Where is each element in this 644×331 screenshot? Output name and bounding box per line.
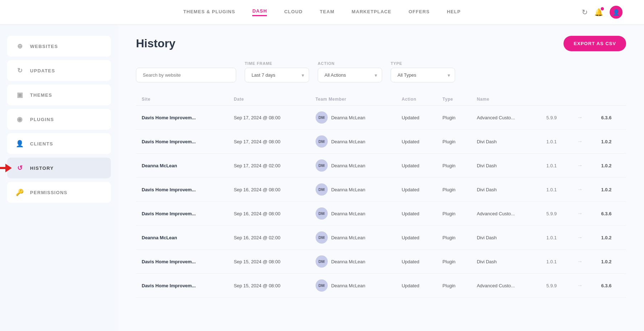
version-from: 1.0.1	[546, 139, 557, 144]
cell-date: Sep 15, 2024 @ 08:00	[228, 250, 309, 274]
cell-version-arrow: →	[571, 154, 596, 178]
cell-site: Davis Home Improvem...	[136, 274, 228, 298]
cell-name: Advanced Custo...	[471, 274, 541, 298]
version-from: 1.0.1	[546, 163, 557, 168]
main-content: History EXPORT AS CSV TIME FRAME Last 7 …	[118, 25, 644, 331]
member-name: Deanna McLean	[331, 283, 365, 288]
table-row: Davis Home Improvem...Sep 15, 2024 @ 08:…	[136, 274, 626, 298]
nav-link-help[interactable]: HELP	[447, 9, 461, 16]
version-arrow-icon: →	[577, 138, 583, 144]
history-table: SiteDateTeam MemberActionTypeName Davis …	[136, 93, 626, 298]
user-avatar[interactable]: 👤	[610, 6, 623, 19]
cell-version-from: 5.9.9	[541, 106, 571, 130]
cell-action: Updated	[396, 130, 437, 154]
timeframe-select[interactable]: Last 7 daysLast 30 daysLast 90 daysAll T…	[245, 68, 309, 82]
col-date: Date	[228, 93, 309, 106]
cell-version-arrow: →	[571, 250, 596, 274]
cell-version-from: 1.0.1	[541, 250, 571, 274]
cell-version-to: 1.0.2	[595, 130, 626, 154]
version-to: 1.0.2	[601, 187, 611, 192]
cell-version-arrow: →	[571, 178, 596, 202]
action-select-wrapper: All ActionsUpdatedActivatedDeactivated	[318, 68, 382, 82]
table-header: SiteDateTeam MemberActionTypeName	[136, 93, 626, 106]
cell-date: Sep 17, 2024 @ 08:00	[228, 106, 309, 130]
cell-type: Plugin	[437, 154, 471, 178]
sidebar-item-history[interactable]: ↺HISTORY	[7, 158, 111, 178]
table-header-row: SiteDateTeam MemberActionTypeName	[136, 93, 626, 106]
sidebar-item-updates[interactable]: ↻UPDATES	[7, 60, 111, 81]
cell-member: DM Deanna McLean	[310, 130, 396, 154]
version-arrow-icon: →	[577, 234, 583, 240]
table-row: Davis Home Improvem...Sep 15, 2024 @ 08:…	[136, 250, 626, 274]
cell-site: Davis Home Improvem...	[136, 178, 228, 202]
team-member-cell: DM Deanna McLean	[316, 231, 390, 244]
bell-icon[interactable]: 🔔	[594, 8, 603, 16]
export-csv-button[interactable]: EXPORT AS CSV	[564, 36, 626, 51]
cell-action: Updated	[396, 154, 437, 178]
cell-type: Plugin	[437, 178, 471, 202]
version-from: 1.0.1	[546, 235, 557, 240]
nav-link-themes---plugins[interactable]: THEMES & PLUGINS	[183, 9, 235, 16]
version-to: 6.3.6	[601, 211, 611, 216]
sidebar-item-websites[interactable]: ⊕WEBSITES	[7, 36, 111, 57]
nav-link-dash[interactable]: DASH	[252, 8, 267, 16]
cell-version-arrow: →	[571, 226, 596, 250]
cell-name: Divi Dash	[471, 226, 541, 250]
team-member-cell: DM Deanna McLean	[316, 183, 390, 196]
site-name: Deanna McLean	[142, 235, 177, 240]
col-type: Type	[437, 93, 471, 106]
version-from: 1.0.1	[546, 259, 557, 264]
member-name: Deanna McLean	[331, 259, 365, 264]
sidebar-item-permissions[interactable]: 🔑PERMISSIONS	[7, 182, 111, 203]
cell-member: DM Deanna McLean	[310, 226, 396, 250]
member-name: Deanna McLean	[331, 187, 365, 192]
cell-site: Davis Home Improvem...	[136, 202, 228, 226]
search-input[interactable]	[136, 68, 236, 82]
cell-member: DM Deanna McLean	[310, 106, 396, 130]
cell-site: Davis Home Improvem...	[136, 106, 228, 130]
table-row: Davis Home Improvem...Sep 17, 2024 @ 08:…	[136, 106, 626, 130]
version-arrow-icon: →	[577, 282, 583, 288]
cell-version-arrow: →	[571, 202, 596, 226]
sidebar-item-clients[interactable]: 👤CLIENTS	[7, 133, 111, 154]
version-arrow-icon: →	[577, 114, 583, 120]
timeframe-label: TIME FRAME	[245, 61, 309, 66]
sidebar-item-themes[interactable]: ▣THEMES	[7, 85, 111, 105]
type-select[interactable]: All TypesPluginThemeCore	[391, 68, 455, 82]
cell-site: Davis Home Improvem...	[136, 250, 228, 274]
themes-icon: ▣	[16, 91, 24, 99]
cell-type: Plugin	[437, 250, 471, 274]
nav-link-offers[interactable]: OFFERS	[409, 9, 430, 16]
nav-link-marketplace[interactable]: MARKETPLACE	[352, 9, 391, 16]
col-team member: Team Member	[310, 93, 396, 106]
table-body: Davis Home Improvem...Sep 17, 2024 @ 08:…	[136, 106, 626, 298]
type-select-wrapper: All TypesPluginThemeCore	[391, 68, 455, 82]
nav-right: ↻ 🔔 👤	[582, 6, 623, 19]
version-arrow-icon: →	[577, 258, 583, 264]
team-member-cell: DM Deanna McLean	[316, 111, 390, 124]
cell-site: Deanna McLean	[136, 226, 228, 250]
action-filter-group: ACTION All ActionsUpdatedActivatedDeacti…	[318, 61, 382, 82]
cell-version-to: 1.0.2	[595, 250, 626, 274]
top-navigation: THEMES & PLUGINSDASHCLOUDTEAMMARKETPLACE…	[0, 0, 644, 25]
type-label: TYPE	[391, 61, 455, 66]
cell-type: Plugin	[437, 130, 471, 154]
nav-link-team[interactable]: TEAM	[320, 9, 335, 16]
version-from: 5.9.9	[546, 211, 557, 216]
refresh-icon[interactable]: ↻	[582, 8, 588, 16]
cell-site: Davis Home Improvem...	[136, 130, 228, 154]
action-label: ACTION	[318, 61, 382, 66]
cell-date: Sep 17, 2024 @ 02:00	[228, 154, 309, 178]
nav-link-cloud[interactable]: CLOUD	[284, 9, 302, 16]
action-select[interactable]: All ActionsUpdatedActivatedDeactivated	[318, 68, 382, 82]
site-name: Davis Home Improvem...	[142, 115, 196, 120]
timeframe-select-wrapper: Last 7 daysLast 30 daysLast 90 daysAll T…	[245, 68, 309, 82]
version-arrow-icon: →	[577, 210, 583, 216]
cell-version-arrow: →	[571, 130, 596, 154]
cell-site: Deanna McLean	[136, 154, 228, 178]
clients-icon: 👤	[16, 140, 24, 148]
nav-links: THEMES & PLUGINSDASHCLOUDTEAMMARKETPLACE…	[183, 8, 461, 16]
cell-date: Sep 15, 2024 @ 08:00	[228, 274, 309, 298]
cell-type: Plugin	[437, 274, 471, 298]
sidebar-item-plugins[interactable]: ◉PLUGINS	[7, 109, 111, 130]
